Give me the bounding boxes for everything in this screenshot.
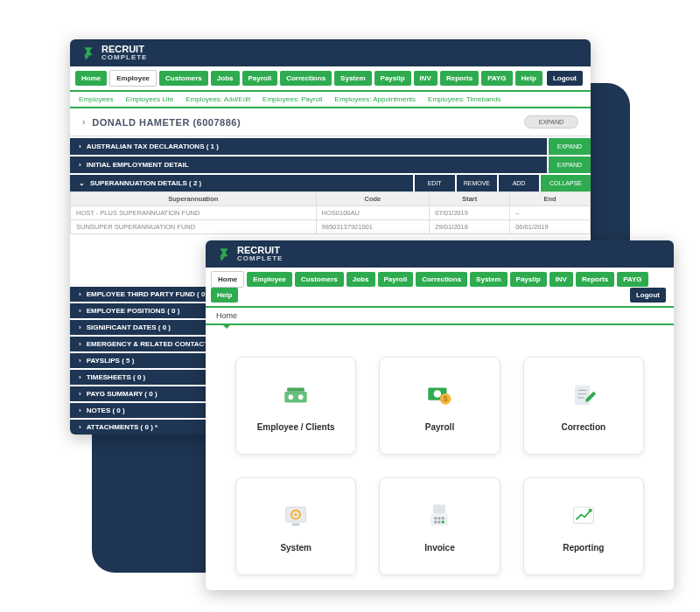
tile-employee-clients[interactable]: Employee / Clients <box>235 357 356 455</box>
tile-invoice[interactable]: Invoice <box>379 477 500 575</box>
nav-tab-employee[interactable]: Employee <box>247 272 292 287</box>
section-label: TIMESHEETS ( 0 ) <box>87 373 146 381</box>
nav-tab-inv[interactable]: INV <box>414 71 438 86</box>
subnav-link[interactable]: Employees: Appointments <box>335 95 416 103</box>
chevron-right-icon: › <box>79 407 81 414</box>
nav-tab-employee[interactable]: Employee <box>109 70 157 87</box>
remove-button[interactable]: REMOVE <box>457 175 497 191</box>
expand-all-button[interactable]: EXPAND <box>524 115 578 129</box>
svg-rect-8 <box>575 385 590 405</box>
tile-correction[interactable]: Correction <box>523 357 644 455</box>
tile-reporting[interactable]: Reporting <box>523 477 644 575</box>
table-cell: 29/01/2018 <box>430 220 510 234</box>
nav-tab-home[interactable]: Home <box>75 71 107 86</box>
nav-tab-reports[interactable]: Reports <box>576 272 614 287</box>
nav-tab-payslip[interactable]: Payslip <box>510 272 547 287</box>
table-row[interactable]: HOST - PLUS SUPERANNUATION FUNDHOS0100AU… <box>71 206 591 220</box>
svg-text:$: $ <box>444 394 448 403</box>
section-superannuation[interactable]: ⌄SUPERANNUATION DETAILS ( 2 ) EDIT REMOV… <box>70 175 591 191</box>
home-tab-label[interactable]: Home <box>216 311 237 320</box>
section-label: AUSTRALIAN TAX DECLARATIONS ( 1 ) <box>87 143 219 150</box>
table-cell: 07/01/2019 <box>430 206 510 220</box>
nav-tab-payroll[interactable]: Payroll <box>378 272 414 287</box>
table-row[interactable]: SUNSUPER SUPERANNUATION FUND985031379210… <box>71 220 591 234</box>
nav-tab-corrections[interactable]: Corrections <box>280 71 332 86</box>
section-label: PAYG SUMMARY ( 0 ) <box>87 390 158 398</box>
subnav-link[interactable]: Employees Lite <box>126 95 174 103</box>
dashboard-tiles: Employee / Clients$PayrollCorrectionSyst… <box>206 325 674 590</box>
chevron-right-icon: › <box>79 357 81 365</box>
nav-tab-payslip[interactable]: Payslip <box>374 71 411 86</box>
svg-rect-3 <box>287 387 304 391</box>
logout-button[interactable]: Logout <box>547 71 583 86</box>
section-label: EMPLOYEE THIRD PARTY FUND ( 0 ) <box>87 290 210 298</box>
expand-button[interactable]: EXPAND <box>549 138 591 155</box>
nav-tab-customers[interactable]: Customers <box>295 272 344 287</box>
brand-sub: COMPLETE <box>102 54 147 61</box>
nav-tab-payroll[interactable]: Payroll <box>242 71 278 86</box>
svg-rect-19 <box>438 517 441 519</box>
nav-tab-corrections[interactable]: Corrections <box>416 272 467 287</box>
tile-payroll[interactable]: $Payroll <box>379 357 500 455</box>
svg-rect-20 <box>442 517 444 519</box>
nav-tab-customers[interactable]: Customers <box>159 71 208 86</box>
table-header: Start <box>430 192 510 206</box>
employee-subnav: EmployeesEmployees LiteEmployees: Add/Ed… <box>70 92 591 108</box>
money-icon: $ <box>424 380 454 414</box>
section-tax-declarations[interactable]: ›AUSTRALIAN TAX DECLARATIONS ( 1 ) EXPAN… <box>70 138 591 155</box>
brand-bar: RECRUIT COMPLETE <box>206 240 674 268</box>
section-label: SIGNIFICANT DATES ( 0 ) <box>87 323 171 331</box>
nav-tab-payg[interactable]: PAYG <box>617 272 648 287</box>
table-header: Superannuation <box>71 192 317 206</box>
chevron-right-icon: › <box>79 390 81 398</box>
tile-label: Invoice <box>424 543 454 553</box>
correction-icon <box>569 380 598 414</box>
nav-tab-help[interactable]: Help <box>211 288 238 303</box>
invoice-icon <box>424 501 454 534</box>
nav-tab-jobs[interactable]: Jobs <box>346 272 375 287</box>
brand-bar: RECRUIT COMPLETE <box>70 39 591 66</box>
logo-icon <box>80 45 96 61</box>
chevron-right-icon: › <box>79 161 81 169</box>
table-header: Code <box>316 192 430 206</box>
subnav-link[interactable]: Employees <box>79 95 114 103</box>
svg-point-5 <box>434 390 442 398</box>
nav-tab-help[interactable]: Help <box>515 71 542 86</box>
nav-tab-reports[interactable]: Reports <box>440 71 479 86</box>
nav-tab-system[interactable]: System <box>334 71 371 86</box>
system-icon <box>281 501 311 534</box>
nav-tab-inv[interactable]: INV <box>550 272 573 287</box>
edit-button[interactable]: EDIT <box>415 175 455 191</box>
add-button[interactable]: ADD <box>499 175 539 191</box>
svg-rect-21 <box>435 520 438 523</box>
section-label: NOTES ( 0 ) <box>87 407 125 414</box>
svg-rect-16 <box>433 504 445 513</box>
section-initial-employment[interactable]: ›INITIAL EMPLOYMENT DETAIL EXPAND <box>70 156 591 173</box>
svg-point-2 <box>298 394 304 400</box>
tile-system[interactable]: System <box>235 477 356 575</box>
svg-point-14 <box>294 512 298 516</box>
subnav-link[interactable]: Employees: Timebands <box>428 95 500 103</box>
window-home-dashboard: RECRUIT COMPLETE HomeEmployeeCustomersJo… <box>206 240 674 590</box>
table-cell: 06/01/2019 <box>510 220 591 234</box>
page-header: › DONALD HAMETER (6007886) EXPAND <box>70 108 591 136</box>
brand-sub: COMPLETE <box>237 255 283 262</box>
nav-tab-jobs[interactable]: Jobs <box>211 71 240 86</box>
nav-tab-payg[interactable]: PAYG <box>481 71 512 86</box>
nav-tab-system[interactable]: System <box>470 272 507 287</box>
table-cell: SUNSUPER SUPERANNUATION FUND <box>71 220 317 234</box>
table-cell: – <box>510 206 591 220</box>
section-label: PAYSLIPS ( 5 ) <box>87 357 135 365</box>
nav-tab-home[interactable]: Home <box>211 271 244 288</box>
subnav-link[interactable]: Employees: Payroll <box>262 95 322 103</box>
expand-button[interactable]: EXPAND <box>549 156 591 173</box>
collapse-button[interactable]: COLLAPSE <box>541 175 591 191</box>
chevron-right-icon: › <box>79 307 81 315</box>
table-cell: 98503137921001 <box>316 220 430 234</box>
logo-icon <box>216 247 232 262</box>
chevron-right-icon: › <box>79 423 81 431</box>
subnav-link[interactable]: Employees: Add/Edit <box>186 95 250 103</box>
logout-button[interactable]: Logout <box>630 288 666 303</box>
svg-rect-18 <box>435 517 438 519</box>
superannuation-table: SuperannuationCodeStartEnd HOST - PLUS S… <box>70 191 591 234</box>
